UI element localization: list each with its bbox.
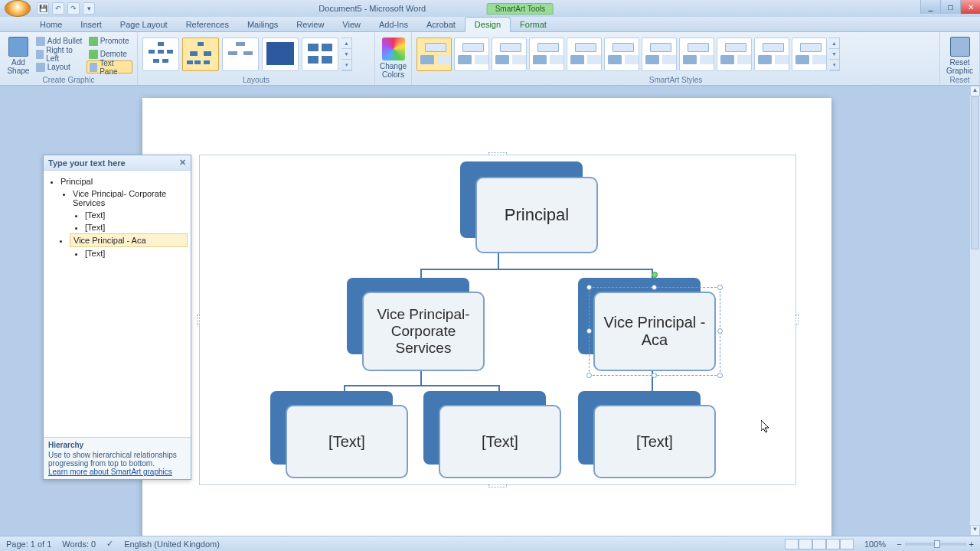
layout-swatch[interactable]	[262, 37, 299, 71]
view-full-screen[interactable]	[799, 539, 812, 549]
resize-handle[interactable]	[717, 373, 723, 378]
text-pane-icon	[90, 63, 97, 72]
style-swatch[interactable]	[642, 37, 677, 71]
promote-button[interactable]: Promote	[87, 34, 132, 47]
group-label-reset: Reset	[940, 76, 979, 84]
tab-references[interactable]: References	[177, 18, 238, 31]
style-swatch[interactable]	[717, 37, 752, 71]
text-pane-item[interactable]: [Text]	[85, 209, 188, 221]
minimize-button[interactable]: _	[920, 0, 940, 14]
status-page[interactable]: Page: 1 of 1	[6, 540, 51, 549]
text-pane-item-selected[interactable]: Vice Principal - Aca	[70, 233, 188, 247]
vertical-scrollbar[interactable]: ▲ ▼	[969, 86, 980, 536]
rotate-handle[interactable]	[652, 272, 658, 278]
resize-handle[interactable]	[717, 285, 723, 290]
layout-button[interactable]: Layout	[34, 60, 85, 73]
text-pane-item[interactable]: Vice Principal- Corporate Services	[73, 187, 188, 209]
tab-view[interactable]: View	[333, 18, 370, 31]
style-swatch[interactable]	[754, 37, 789, 71]
tab-review[interactable]: Review	[287, 18, 333, 31]
resize-handle[interactable]	[586, 285, 592, 290]
text-pane-item[interactable]: Principal	[60, 175, 188, 187]
text-pane-button[interactable]: Text Pane	[87, 60, 132, 73]
ribbon: Add Shape Add Bullet Right to Left Layou…	[0, 32, 980, 86]
layout-swatch-selected[interactable]	[182, 37, 219, 71]
zoom-in-icon[interactable]: +	[969, 540, 974, 549]
node-leaf[interactable]: [Text]	[270, 391, 423, 481]
canvas-handle[interactable]	[488, 152, 507, 155]
tab-mailings[interactable]: Mailings	[238, 18, 287, 31]
smartart-canvas[interactable]: Principal Vice Principal- Corporate Serv…	[199, 155, 796, 485]
view-print-layout[interactable]	[785, 539, 799, 549]
tab-add-ins[interactable]: Add-Ins	[370, 18, 417, 31]
quick-access-toolbar: 💾 ↶ ↷ ▾	[37, 2, 95, 15]
zoom-thumb[interactable]	[934, 540, 940, 548]
node-leaf[interactable]: [Text]	[423, 391, 577, 481]
view-draft[interactable]	[840, 539, 854, 549]
canvas-handle[interactable]	[197, 315, 200, 325]
view-outline[interactable]	[826, 539, 840, 549]
zoom-slider[interactable]: − +	[897, 540, 974, 549]
style-swatch[interactable]	[567, 37, 602, 71]
qat-redo-icon[interactable]: ↷	[67, 2, 80, 15]
resize-handle[interactable]	[586, 373, 592, 378]
status-words[interactable]: Words: 0	[62, 540, 96, 549]
right-to-left-button[interactable]: Right to Left	[34, 47, 85, 60]
group-smartart-styles: ▲▼▾ SmartArt Styles	[412, 32, 940, 85]
office-button[interactable]	[5, 0, 31, 17]
tab-acrobat[interactable]: Acrobat	[417, 18, 465, 31]
text-pane-body[interactable]: Principal Vice Principal- Corporate Serv…	[44, 171, 191, 431]
connector	[344, 385, 500, 386]
tab-insert[interactable]: Insert	[71, 18, 111, 31]
add-shape-button[interactable]: Add Shape	[5, 34, 32, 77]
node-vp-aca[interactable]: Vice Principal - Aca	[578, 278, 731, 376]
scroll-up-icon[interactable]: ▲	[970, 86, 980, 96]
resize-handle[interactable]	[652, 285, 657, 290]
node-leaf[interactable]: [Text]	[578, 391, 731, 481]
style-swatch[interactable]	[492, 37, 527, 71]
qat-undo-icon[interactable]: ↶	[52, 2, 64, 15]
tab-page-layout[interactable]: Page Layout	[111, 18, 177, 31]
style-swatch[interactable]	[454, 37, 489, 71]
status-language[interactable]: English (United Kingdom)	[124, 540, 220, 549]
close-button[interactable]: ✕	[960, 0, 980, 14]
svg-rect-1	[149, 50, 155, 54]
change-colors-button[interactable]: Change Colors	[375, 32, 412, 85]
scroll-down-icon[interactable]: ▼	[970, 525, 980, 536]
title-bar: 💾 ↶ ↷ ▾ Document5 - Microsoft Word Smart…	[0, 0, 980, 17]
maximize-button[interactable]: □	[940, 0, 960, 14]
styles-more-button[interactable]: ▲▼▾	[829, 37, 840, 71]
style-swatch-selected[interactable]	[416, 37, 452, 71]
qat-more-icon[interactable]: ▾	[83, 2, 95, 15]
resize-handle[interactable]	[586, 328, 592, 334]
node-principal[interactable]: Principal	[460, 161, 598, 253]
tab-format[interactable]: Format	[511, 18, 556, 31]
canvas-handle[interactable]	[488, 484, 507, 487]
resize-handle[interactable]	[717, 328, 723, 334]
style-swatch[interactable]	[679, 37, 714, 71]
style-swatch[interactable]	[529, 37, 564, 71]
text-pane-close-icon[interactable]: ✕	[179, 158, 186, 168]
zoom-percent[interactable]: 100%	[864, 540, 886, 549]
qat-save-icon[interactable]: 💾	[37, 2, 49, 15]
node-vp-corporate[interactable]: Vice Principal- Corporate Services	[347, 278, 500, 376]
canvas-handle[interactable]	[795, 315, 799, 325]
layouts-more-button[interactable]: ▲▼▾	[341, 37, 352, 71]
view-web-layout[interactable]	[812, 539, 826, 549]
layout-swatch[interactable]	[302, 37, 338, 71]
text-pane-item[interactable]: [Text]	[85, 221, 188, 233]
learn-more-link[interactable]: Learn more about SmartArt graphics	[48, 468, 172, 476]
reset-graphic-button[interactable]: Reset Graphic	[942, 34, 978, 77]
layout-swatch[interactable]	[222, 37, 259, 71]
text-pane-item[interactable]: [Text]	[85, 247, 188, 259]
tab-home[interactable]: Home	[31, 18, 71, 31]
style-swatch[interactable]	[604, 37, 639, 71]
svg-rect-5	[162, 59, 168, 63]
resize-handle[interactable]	[652, 373, 657, 378]
layout-swatch[interactable]	[142, 37, 179, 71]
zoom-out-icon[interactable]: −	[897, 540, 901, 549]
proofing-icon[interactable]: ✓	[106, 539, 113, 549]
tab-design[interactable]: Design	[465, 17, 511, 32]
scroll-thumb[interactable]	[971, 96, 979, 249]
style-swatch[interactable]	[792, 37, 827, 71]
